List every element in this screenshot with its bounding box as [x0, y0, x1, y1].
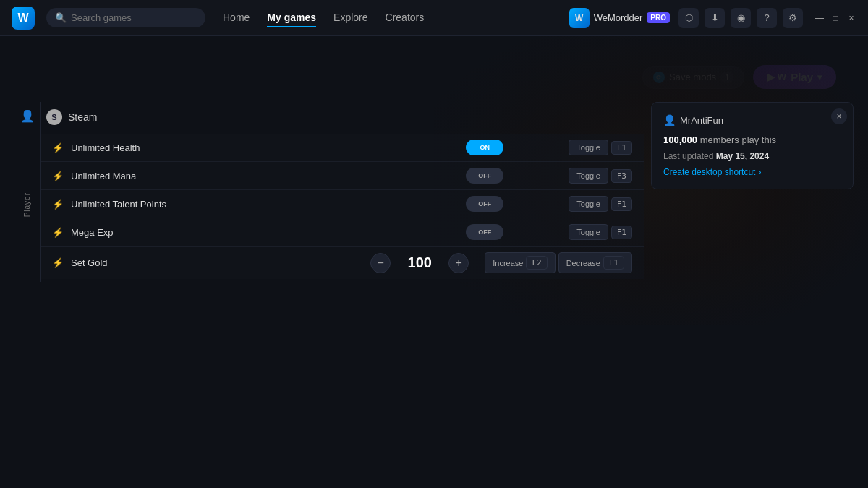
members-label: members play this — [700, 134, 776, 145]
action-btn-1[interactable]: Toggle — [569, 168, 608, 184]
decrease-label: Decrease — [566, 259, 600, 267]
minimize-button[interactable]: — — [814, 13, 825, 23]
mod-name-4: Set Gold — [71, 257, 363, 268]
action-btn-2[interactable]: Toggle — [569, 196, 608, 212]
mods-list: ⚡ Unlimited Health ON Toggle F1 ⚡ Un — [41, 131, 644, 282]
members-text: 100,000 members play this — [663, 134, 841, 145]
left-panel: S Steam ⚡ Unlimited Health ON Toggle — [41, 102, 644, 282]
decrease-button[interactable]: Decrease F1 — [558, 252, 632, 273]
keybind-3: F1 — [611, 226, 632, 239]
mod-row-1: ⚡ Unlimited Mana OFF Toggle F3 — [41, 162, 644, 190]
nav-icons: ⬡ ⬇ ◉ ? ⚙ — [678, 8, 803, 28]
toggle-label-1: OFF — [478, 172, 491, 179]
user-avatar: W — [569, 8, 590, 28]
platform-name: Steam — [68, 111, 97, 123]
increase-keybind: F2 — [526, 256, 547, 270]
gold-value: 100 — [398, 254, 441, 271]
toggle-3[interactable]: OFF — [466, 224, 503, 240]
decrease-stepper-button[interactable]: − — [370, 253, 391, 273]
platform-row: S Steam — [41, 102, 644, 131]
updated-date: May 15, 2024 — [716, 151, 769, 161]
app-logo[interactable]: W — [12, 7, 35, 30]
discord-icon[interactable]: ◉ — [731, 8, 751, 28]
search-icon: 🔍 — [55, 12, 67, 23]
toggle-0[interactable]: ON — [466, 140, 503, 155]
shortcut-label: Create desktop shortcut — [663, 167, 755, 177]
members-count: 100,000 — [663, 134, 697, 145]
decrease-keybind: F1 — [603, 256, 624, 270]
bolt-icon-2: ⚡ — [52, 199, 64, 210]
nav-links: Home My games Explore Creators — [223, 9, 424, 27]
sidebar-label-player: Player — [23, 192, 31, 217]
toggle-label-0: ON — [480, 144, 490, 151]
close-button[interactable]: × — [846, 13, 856, 23]
author-name: MrAntiFun — [680, 115, 723, 126]
sidebar-divider — [27, 132, 27, 189]
action-btn-0[interactable]: Toggle — [569, 140, 608, 155]
navbar: W 🔍 Home My games Explore Creators W WeM… — [0, 0, 868, 36]
toggle-action-2: Toggle F1 — [569, 196, 632, 212]
toggle-2[interactable]: OFF — [466, 196, 503, 212]
mod-name-0: Unlimited Health — [71, 142, 459, 153]
nav-creators[interactable]: Creators — [386, 9, 425, 27]
inventory-icon[interactable]: ⬡ — [678, 8, 699, 28]
nav-right: W WeMordder PRO ⬡ ⬇ ◉ ? ⚙ — □ × — [569, 8, 856, 28]
updated-prefix: Last updated — [663, 151, 713, 161]
app-window: W 🔍 Home My games Explore Creators W WeM… — [0, 0, 868, 488]
desktop-shortcut-link[interactable]: Create desktop shortcut › — [663, 167, 841, 177]
updated-text: Last updated May 15, 2024 — [663, 151, 841, 161]
toggle-label-3: OFF — [478, 228, 491, 236]
nav-explore[interactable]: Explore — [333, 9, 367, 27]
search-bar[interactable]: 🔍 — [46, 8, 205, 27]
keybind-1: F3 — [611, 169, 632, 183]
info-card: × 👤 MrAntiFun 100,000 members play this … — [651, 102, 854, 189]
vertical-sidebar: 👤 Player — [14, 102, 41, 282]
action-btn-3[interactable]: Toggle — [569, 224, 608, 240]
mod-row-3: ⚡ Mega Exp OFF Toggle F1 — [41, 218, 644, 247]
mod-name-2: Unlimited Talent Points — [71, 199, 459, 210]
content-area: My games › Hero Siege ☆ ⟳ Save mods 1 ▶ … — [0, 36, 868, 488]
nav-home[interactable]: Home — [223, 9, 250, 27]
mod-row-4: ⚡ Set Gold − 100 + Increase F2 Decrease — [41, 247, 644, 279]
author-icon: 👤 — [663, 114, 676, 126]
inc-dec-group: Increase F2 Decrease F1 — [485, 252, 632, 273]
download-icon[interactable]: ⬇ — [705, 8, 725, 28]
mod-row-2: ⚡ Unlimited Talent Points OFF Toggle F1 — [41, 190, 644, 218]
pro-badge: PRO — [647, 12, 670, 23]
mod-name-3: Mega Exp — [71, 227, 459, 238]
info-card-close-button[interactable]: × — [831, 108, 847, 124]
user-name: WeMordder — [594, 12, 643, 23]
nav-my-games[interactable]: My games — [267, 9, 316, 27]
player-icon[interactable]: 👤 — [20, 109, 35, 123]
increase-button[interactable]: Increase F2 — [485, 252, 555, 273]
toggle-action-0: Toggle F1 — [569, 140, 632, 155]
mod-row-0: ⚡ Unlimited Health ON Toggle F1 — [41, 134, 644, 162]
toggle-1[interactable]: OFF — [466, 168, 503, 184]
window-controls: — □ × — [814, 13, 856, 23]
help-icon[interactable]: ? — [757, 8, 777, 28]
user-badge: W WeMordder PRO — [569, 8, 670, 28]
mod-name-1: Unlimited Mana — [71, 171, 459, 181]
search-input[interactable] — [71, 12, 197, 23]
settings-icon[interactable]: ⚙ — [783, 8, 803, 28]
bolt-icon-3: ⚡ — [52, 227, 64, 238]
toggle-label-2: OFF — [478, 200, 491, 207]
bolt-icon-0: ⚡ — [52, 142, 64, 153]
shortcut-arrow-icon: › — [758, 167, 761, 177]
keybind-2: F1 — [611, 197, 632, 211]
inner-layout: 👤 Player S Steam ⚡ Unlimited Health — [14, 102, 854, 282]
steam-icon: S — [46, 109, 62, 125]
keybind-0: F1 — [611, 141, 632, 155]
maximize-button[interactable]: □ — [830, 13, 841, 23]
increase-label: Increase — [493, 259, 523, 267]
bolt-icon-4: ⚡ — [52, 257, 64, 268]
toggle-action-3: Toggle F1 — [569, 224, 632, 240]
author-row: 👤 MrAntiFun — [663, 114, 841, 126]
increase-stepper-button[interactable]: + — [448, 253, 469, 273]
bolt-icon-1: ⚡ — [52, 171, 64, 181]
right-panel: 💬 Info History × 👤 MrAntiFun 100,000 mem… — [644, 102, 854, 282]
toggle-action-1: Toggle F3 — [569, 168, 632, 184]
